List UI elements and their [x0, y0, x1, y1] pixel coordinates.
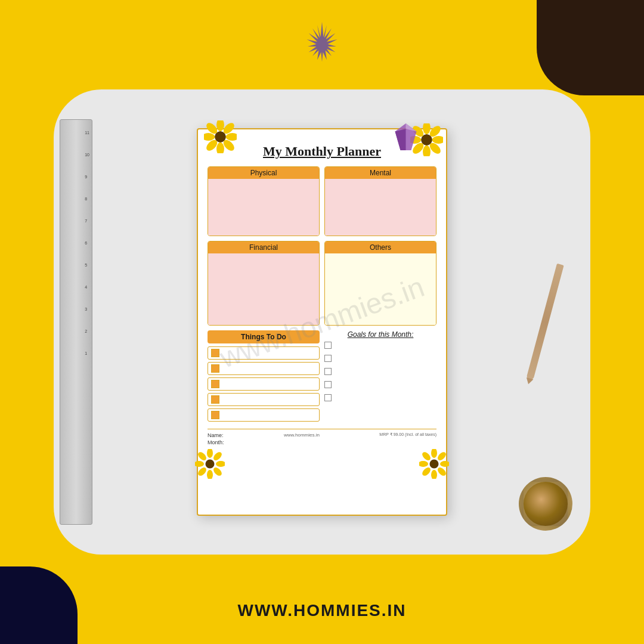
svg-point-2	[216, 120, 224, 131]
todo-checkbox-2	[211, 364, 219, 373]
goals-checkbox-3	[324, 368, 332, 375]
things-todo-header: Things To Do	[208, 330, 320, 343]
svg-point-26	[216, 461, 225, 467]
todo-item-3	[208, 377, 320, 391]
financial-header: Financial	[208, 242, 319, 253]
svg-point-35	[440, 461, 449, 467]
sunflower-top-left	[204, 120, 234, 150]
goals-item-5	[324, 394, 436, 401]
svg-point-14	[432, 136, 443, 144]
svg-point-10	[215, 131, 225, 142]
goals-item-3	[324, 368, 436, 375]
svg-point-39	[419, 461, 428, 467]
svg-point-31	[197, 451, 208, 462]
name-label: Name:	[208, 432, 224, 438]
footer-price: MRP ₹ 99.00 (Incl. of all taxes)	[379, 432, 436, 437]
svg-point-29	[197, 466, 208, 478]
goals-month-column: Goals for this Month:	[324, 330, 436, 424]
todo-checkbox-1	[211, 349, 219, 357]
goals-checkbox-5	[324, 394, 332, 401]
goals-checkbox-4	[324, 381, 332, 388]
footer-website: www.hommies.in	[224, 432, 380, 438]
footer-labels: Name: Month:	[208, 432, 224, 447]
svg-point-4	[226, 133, 237, 141]
svg-marker-23	[395, 129, 406, 150]
svg-point-40	[421, 451, 432, 462]
financial-body	[208, 253, 319, 325]
svg-point-41	[430, 460, 439, 469]
mental-header: Mental	[325, 167, 436, 179]
svg-point-36	[436, 466, 448, 478]
background: 11 10 9 8 7 6 5 4 3 2 1	[0, 0, 644, 644]
others-body	[325, 253, 436, 325]
goals-checkbox-1	[324, 342, 332, 349]
things-todo-column: Things To Do	[208, 330, 320, 424]
mental-body	[325, 179, 436, 236]
physical-section: Physical	[208, 166, 320, 236]
mental-section: Mental	[324, 166, 436, 236]
svg-point-30	[195, 461, 204, 467]
svg-point-24	[207, 449, 213, 458]
bottom-website: WWW.HOMMIES.IN	[237, 601, 406, 620]
goals-item-4	[324, 381, 436, 388]
todo-checkbox-4	[211, 395, 219, 404]
svg-point-25	[212, 451, 224, 462]
todo-item-1	[208, 346, 320, 360]
svg-point-33	[431, 449, 437, 458]
todo-checkbox-5	[211, 411, 219, 419]
blob-bottom-left	[0, 566, 78, 644]
goals-item-1	[324, 342, 436, 349]
svg-point-8	[204, 133, 215, 141]
svg-point-12	[423, 123, 431, 134]
svg-point-38	[421, 466, 432, 478]
things-goals-row: Things To Do Goa	[208, 330, 436, 424]
goals-checkbox-2	[324, 355, 332, 362]
todo-item-5	[208, 408, 320, 422]
svg-point-28	[207, 470, 213, 479]
ruler: 11 10 9 8 7 6 5 4 3 2 1	[60, 119, 92, 525]
financial-section: Financial	[208, 241, 320, 326]
others-section: Others	[324, 241, 436, 326]
svg-point-6	[216, 143, 224, 153]
svg-point-27	[212, 466, 224, 478]
sunburst-icon	[298, 18, 346, 66]
todo-item-2	[208, 362, 320, 375]
sunflower-bottom-right	[419, 449, 449, 479]
goals-month-header: Goals for this Month:	[324, 330, 436, 339]
goals-grid-top: Physical Mental	[208, 166, 436, 236]
coffee-cup	[519, 477, 572, 531]
physical-header: Physical	[208, 167, 319, 179]
gem-decoration	[392, 120, 416, 147]
svg-point-20	[421, 134, 432, 145]
physical-body	[208, 179, 319, 236]
svg-point-32	[206, 460, 215, 469]
others-header: Others	[325, 242, 436, 253]
todo-item-4	[208, 393, 320, 406]
sunflower-bottom-left	[195, 449, 225, 479]
blob-top-right	[537, 0, 644, 95]
svg-point-37	[431, 470, 437, 479]
month-label: Month:	[208, 439, 224, 445]
goals-grid-bottom: Financial Others	[208, 241, 436, 326]
svg-point-34	[436, 451, 448, 462]
goals-item-2	[324, 355, 436, 362]
svg-marker-0	[306, 21, 337, 61]
planner-footer: Name: Month: www.hommies.in MRP ₹ 99.00 …	[208, 429, 436, 447]
svg-point-16	[423, 145, 431, 156]
todo-checkbox-3	[211, 380, 219, 388]
planner-document: My Monthly Planner Physical Mental Finan…	[197, 128, 447, 516]
